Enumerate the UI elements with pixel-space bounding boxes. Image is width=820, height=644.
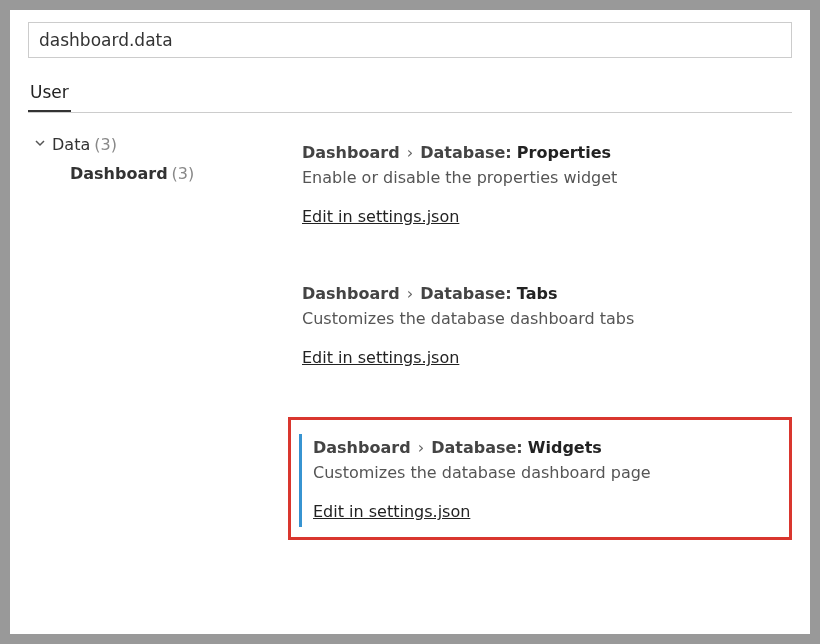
setting-properties: Dashboard › Database: Properties Enable … xyxy=(288,139,792,232)
setting-name: Widgets xyxy=(528,438,602,457)
setting-desc: Enable or disable the properties widget xyxy=(302,168,782,187)
edit-in-settings-json-link[interactable]: Edit in settings.json xyxy=(302,348,459,367)
breadcrumb-part: Dashboard xyxy=(313,438,411,457)
breadcrumb-part: Dashboard xyxy=(302,143,400,162)
tabs-bar: User xyxy=(28,76,792,113)
settings-content: Dashboard › Database: Properties Enable … xyxy=(288,131,792,540)
tree-label-data: Data xyxy=(52,135,90,154)
breadcrumb-part: Database: xyxy=(420,143,512,162)
sidebar: Data (3) Dashboard (3) xyxy=(28,131,288,540)
setting-desc: Customizes the database dashboard tabs xyxy=(302,309,782,328)
settings-window: User Data (3) Dashboard (3) Dashboard › xyxy=(10,10,810,634)
breadcrumb-part: Dashboard xyxy=(302,284,400,303)
setting-desc: Customizes the database dashboard page xyxy=(313,463,771,482)
chevron-down-icon xyxy=(34,137,48,152)
tree-count-dashboard: (3) xyxy=(172,164,195,183)
setting-tabs: Dashboard › Database: Tabs Customizes th… xyxy=(288,280,792,373)
breadcrumb-part: Database: xyxy=(431,438,523,457)
edit-in-settings-json-link[interactable]: Edit in settings.json xyxy=(313,502,470,521)
breadcrumb-sep: › xyxy=(407,143,413,162)
settings-body: Data (3) Dashboard (3) Dashboard › Datab… xyxy=(28,131,792,540)
search-input[interactable] xyxy=(28,22,792,58)
highlight-annotation: Dashboard › Database: Widgets Customizes… xyxy=(288,417,792,540)
tree-node-data[interactable]: Data (3) xyxy=(34,131,288,158)
setting-title: Dashboard › Database: Tabs xyxy=(302,284,782,303)
setting-title: Dashboard › Database: Widgets xyxy=(313,438,771,457)
tree-node-dashboard[interactable]: Dashboard (3) xyxy=(34,158,288,189)
edit-in-settings-json-link[interactable]: Edit in settings.json xyxy=(302,207,459,226)
setting-title: Dashboard › Database: Properties xyxy=(302,143,782,162)
breadcrumb-part: Database: xyxy=(420,284,512,303)
setting-widgets: Dashboard › Database: Widgets Customizes… xyxy=(299,434,781,527)
tree-label-dashboard: Dashboard xyxy=(70,164,168,183)
tree-count-data: (3) xyxy=(94,135,117,154)
setting-name: Properties xyxy=(517,143,611,162)
breadcrumb-sep: › xyxy=(407,284,413,303)
breadcrumb-sep: › xyxy=(418,438,424,457)
setting-name: Tabs xyxy=(517,284,558,303)
tab-user[interactable]: User xyxy=(28,76,71,112)
